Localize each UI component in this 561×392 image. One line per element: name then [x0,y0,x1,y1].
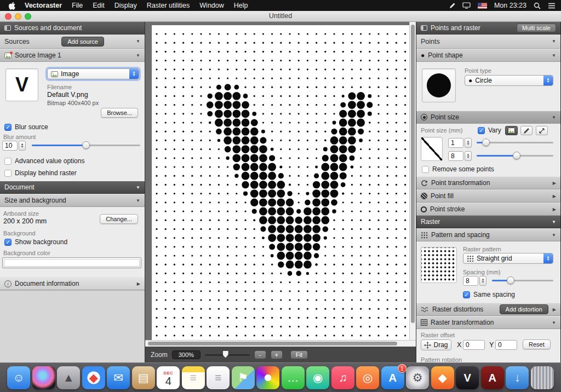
add-source-button[interactable]: Add source [61,37,104,47]
chevron-right-icon[interactable]: ▶ [553,207,556,212]
zoom-out-button[interactable]: - [254,350,266,359]
vertical-scrollbar[interactable] [409,22,416,340]
zoom-value[interactable]: 300% [172,350,201,359]
raster-section-header[interactable]: Raster ▼ [416,216,560,228]
chevron-down-icon[interactable]: ▼ [552,220,556,224]
dock-icon-notes[interactable]: ≡ [182,366,205,389]
menu-file[interactable]: File [67,0,88,11]
display-behind-raster-checkbox[interactable]: Display behind raster [4,169,77,177]
same-spacing-checkbox[interactable]: ✓ Same spacing [463,291,515,298]
dock-icon-maps[interactable]: ⚑ [232,366,255,389]
menu-window[interactable]: Window [194,0,228,11]
dock-icon-podcasts[interactable]: ◎ [356,366,379,389]
add-distortion-button[interactable]: Add distortion [500,304,548,314]
background-color-well[interactable] [2,257,141,268]
min-size-field[interactable]: 1 [448,138,463,148]
sources-section-header[interactable]: Sources Add source ▼ [0,34,145,49]
change-artboard-button[interactable]: Change... [100,214,138,224]
chevron-down-icon[interactable]: ▼ [552,53,556,58]
spotlight-search-icon[interactable] [534,2,541,9]
dropdown-stepper-icon[interactable]: ▲▼ [543,253,553,263]
max-size-field[interactable]: 8 [448,151,463,161]
chevron-down-icon[interactable]: ▼ [552,39,556,44]
notification-center-icon[interactable] [548,3,556,9]
zoom-window-button[interactable] [25,13,31,20]
slider-knob[interactable] [482,139,490,146]
dock-icon-calendar[interactable]: DEC4 [157,366,180,389]
checkbox-checked-icon[interactable]: ✓ [4,239,12,246]
chevron-down-icon[interactable]: ▼ [552,233,556,238]
menu-help[interactable]: Help [229,0,253,11]
menu-app-name[interactable]: Vectoraster [20,0,67,11]
dock-icon-mail[interactable]: ✉ [107,366,130,389]
fit-button[interactable]: Fit [290,350,308,359]
zoom-in-button[interactable]: + [271,350,283,359]
dock-icon-textedit[interactable]: ≡ [207,366,230,389]
drag-offset-button[interactable]: Drag [421,339,451,350]
chevron-right-icon[interactable]: ▶ [553,194,556,199]
dock-icon-messages[interactable]: … [282,366,305,389]
point-fill-row[interactable]: Point fill ▶ [416,189,560,203]
chevron-down-icon[interactable]: ▼ [552,115,556,120]
advanced-value-options-checkbox[interactable]: Advanced value options [4,157,84,165]
vary-checkbox[interactable]: ✓ Vary [478,126,501,134]
dock-icon-safari[interactable]: ◆ [82,366,105,389]
dock-icon-downloads[interactable]: ↓ [506,366,529,389]
minimize-button[interactable] [15,13,21,20]
reset-offset-button[interactable]: Reset [523,339,551,349]
spacing-slider[interactable] [492,276,553,284]
spacing-field[interactable]: 8 [463,276,478,286]
dock-icon-music[interactable]: ♫ [331,366,354,389]
menu-edit[interactable]: Edit [88,0,110,11]
chevron-down-icon[interactable]: ▼ [552,320,556,325]
chevron-down-icon[interactable]: ▼ [136,53,140,58]
dock-icon-system-preferences[interactable]: ⚙ [406,366,429,389]
size-and-background-row[interactable]: Size and background ▼ [0,194,145,207]
zoom-slider[interactable] [205,351,250,359]
dropdown-stepper-icon[interactable]: ▲▼ [129,69,139,79]
point-stroke-row[interactable]: Point stroke ▶ [416,203,560,216]
document-information-row[interactable]: i Document information ▶ [0,277,145,290]
apple-menu[interactable] [4,2,20,10]
remove-some-points-checkbox[interactable]: Remove some points [422,165,494,173]
blur-amount-stepper[interactable]: ▲▼ [19,141,26,151]
display-status-icon[interactable] [462,2,471,9]
source-image-row[interactable]: Source Image 1 ▼ [0,49,145,62]
source-type-dropdown[interactable]: Image ▲▼ [47,68,139,79]
browse-button[interactable]: Browse... [101,108,138,118]
document-section-header[interactable]: Document ▼ [0,181,145,194]
checkbox-unchecked-icon[interactable] [4,158,12,165]
horizontal-scrollbar-thumb[interactable] [148,342,397,345]
dock-icon-app-store[interactable]: A1 [381,366,404,389]
chevron-down-icon[interactable]: ▼ [136,39,140,44]
checkbox-unchecked-icon[interactable] [422,166,429,173]
dock-icon-acrobat[interactable]: A [481,366,504,389]
tool-status-icon[interactable] [449,2,455,9]
slider-knob[interactable] [513,152,520,159]
dock-icon-launchpad[interactable]: ▲ [57,366,80,389]
chevron-down-icon[interactable]: ▼ [136,185,140,190]
input-language-flag-icon[interactable] [478,3,487,9]
dock-icon-finder[interactable]: ☺ [7,366,30,389]
dock-icon-siri[interactable] [32,366,55,389]
checkbox-checked-icon[interactable]: ✓ [478,127,485,134]
dropdown-stepper-icon[interactable]: ▲▼ [543,76,553,85]
offset-x-field[interactable]: 0 [463,340,485,350]
chevron-down-icon[interactable]: ▼ [136,198,140,203]
menu-clock[interactable]: Mon 23:23 [494,2,526,9]
raster-transformation-row[interactable]: Raster transformation ▼ [416,316,560,329]
slider-knob[interactable] [507,276,514,284]
vary-source-button[interactable] [505,126,518,135]
close-button[interactable] [5,13,12,20]
offset-y-field[interactable]: 0 [495,340,517,350]
raster-pattern-dropdown[interactable]: Straight grid ▲▼ [463,253,553,264]
dock-icon-photos[interactable] [256,366,279,389]
dock-icon-facetime[interactable]: ◉ [306,366,329,389]
slider-knob[interactable] [82,141,90,149]
blur-source-checkbox[interactable]: ✓ Blur source [4,123,48,131]
chevron-right-icon[interactable]: ▶ [137,281,140,286]
checkbox-unchecked-icon[interactable] [4,170,12,177]
dock-icon-orange-app[interactable]: ◆ [431,366,454,389]
show-background-checkbox[interactable]: ✓ Show background [4,238,67,246]
checkbox-checked-icon[interactable]: ✓ [4,124,12,131]
